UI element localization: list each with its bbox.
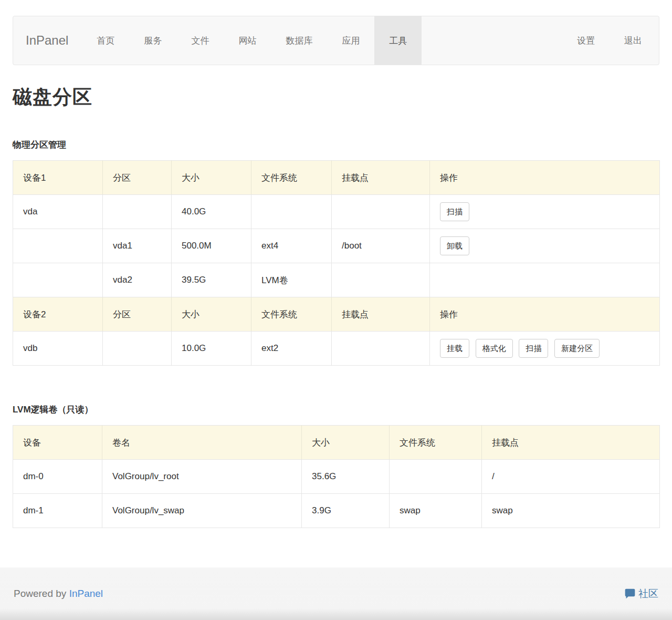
nav-item-settings[interactable]: 设置	[562, 16, 610, 65]
nav-item-database[interactable]: 数据库	[271, 16, 327, 65]
cell-actions: 扫描	[430, 195, 660, 229]
cell-size: 40.0G	[172, 195, 251, 229]
nav-item-tools[interactable]: 工具	[374, 16, 422, 65]
community-label: 社区	[638, 587, 658, 601]
col-header-actions: 操作	[430, 161, 660, 195]
navbar-brand[interactable]: InPanel	[13, 16, 82, 65]
col-header-fs: 文件系统	[251, 297, 332, 332]
cell-actions	[430, 263, 660, 297]
col-header-partition: 分区	[103, 161, 172, 195]
cell-device: vdb	[13, 332, 103, 366]
cell-fs	[251, 195, 332, 229]
page-footer: Powered by InPanel 社区	[0, 567, 672, 620]
cell-size: 10.0G	[172, 332, 251, 366]
navbar-right: 设置 退出	[562, 16, 659, 65]
cell-mount	[332, 195, 430, 229]
col-header-actions: 操作	[430, 297, 660, 332]
format-button[interactable]: 格式化	[476, 339, 513, 358]
cell-fs: ext4	[251, 229, 332, 263]
col-header-mount: 挂载点	[332, 161, 430, 195]
cell-mount: /boot	[332, 229, 430, 263]
col-header-mount: 挂载点	[482, 426, 660, 460]
cell-partition	[103, 195, 172, 229]
table-row-dm1: dm-1 VolGroup/lv_swap 3.9G swap swap	[13, 494, 660, 528]
table-header-row-device1: 设备1 分区 大小 文件系统 挂载点 操作	[13, 161, 660, 195]
cell-actions: 卸载	[430, 229, 660, 263]
nav-item-services[interactable]: 服务	[129, 16, 176, 65]
top-navbar: InPanel 首页 服务 文件 网站 数据库 应用 工具 设置 退出	[13, 16, 659, 65]
comment-icon	[624, 588, 636, 599]
physical-partitions-table: 设备1 分区 大小 文件系统 挂载点 操作 vda 40.0G 扫描 vda1 …	[13, 160, 660, 366]
mount-button[interactable]: 挂载	[440, 339, 469, 358]
cell-mount	[332, 263, 430, 297]
navbar-menu: 首页 服务 文件 网站 数据库 应用 工具	[82, 16, 422, 65]
col-header-device: 设备	[13, 426, 102, 460]
unmount-button[interactable]: 卸载	[440, 236, 469, 255]
col-header-device: 设备1	[13, 161, 103, 195]
col-header-size: 大小	[172, 161, 251, 195]
lvm-section-title: LVM逻辑卷（只读）	[13, 404, 659, 416]
scan-button[interactable]: 扫描	[440, 202, 469, 221]
powered-by: Powered by InPanel	[14, 588, 103, 600]
cell-device	[13, 229, 103, 263]
nav-item-home[interactable]: 首页	[82, 16, 129, 65]
page-title: 磁盘分区	[13, 84, 659, 110]
col-header-device: 设备2	[13, 297, 103, 332]
table-row-vda: vda 40.0G 扫描	[13, 195, 660, 229]
table-row-vdb: vdb 10.0G ext2 挂载 格式化 扫描 新建分区	[13, 332, 660, 366]
cell-device: dm-0	[13, 460, 102, 494]
cell-fs	[390, 460, 482, 494]
col-header-size: 大小	[302, 426, 390, 460]
cell-partition: vda2	[103, 263, 172, 297]
cell-fs: LVM卷	[251, 263, 332, 297]
col-header-size: 大小	[172, 297, 251, 332]
nav-item-sites[interactable]: 网站	[224, 16, 271, 65]
nav-item-files[interactable]: 文件	[176, 16, 224, 65]
cell-partition: vda1	[103, 229, 172, 263]
cell-fs: ext2	[251, 332, 332, 366]
table-row-vda2: vda2 39.5G LVM卷	[13, 263, 660, 297]
community-link[interactable]: 社区	[624, 587, 658, 601]
cell-size: 35.6G	[302, 460, 390, 494]
cell-mount: swap	[482, 494, 660, 528]
cell-volume: VolGroup/lv_swap	[102, 494, 302, 528]
cell-actions: 挂载 格式化 扫描 新建分区	[430, 332, 660, 366]
col-header-fs: 文件系统	[251, 161, 332, 195]
nav-item-apps[interactable]: 应用	[327, 16, 374, 65]
scan-button[interactable]: 扫描	[519, 339, 548, 358]
cell-device: vda	[13, 195, 103, 229]
cell-size: 500.0M	[172, 229, 251, 263]
cell-mount: /	[482, 460, 660, 494]
cell-device: dm-1	[13, 494, 102, 528]
table-header-row-device2: 设备2 分区 大小 文件系统 挂载点 操作	[13, 297, 660, 332]
cell-volume: VolGroup/lv_root	[102, 460, 302, 494]
table-row-vda1: vda1 500.0M ext4 /boot 卸载	[13, 229, 660, 263]
col-header-mount: 挂载点	[332, 297, 430, 332]
col-header-partition: 分区	[103, 297, 172, 332]
physical-section-title: 物理分区管理	[13, 139, 659, 151]
cell-fs: swap	[390, 494, 482, 528]
table-row-dm0: dm-0 VolGroup/lv_root 35.6G /	[13, 460, 660, 494]
cell-mount	[332, 332, 430, 366]
new-partition-button[interactable]: 新建分区	[554, 339, 600, 358]
powered-by-text: Powered by	[14, 588, 69, 599]
col-header-fs: 文件系统	[390, 426, 482, 460]
cell-partition	[103, 332, 172, 366]
inpanel-link[interactable]: InPanel	[69, 588, 103, 599]
lvm-header-row: 设备 卷名 大小 文件系统 挂载点	[13, 426, 660, 460]
col-header-volume: 卷名	[102, 426, 302, 460]
cell-size: 3.9G	[302, 494, 390, 528]
nav-item-logout[interactable]: 退出	[610, 16, 657, 65]
cell-device	[13, 263, 103, 297]
cell-size: 39.5G	[172, 263, 251, 297]
lvm-volumes-table: 设备 卷名 大小 文件系统 挂载点 dm-0 VolGroup/lv_root …	[13, 425, 660, 528]
